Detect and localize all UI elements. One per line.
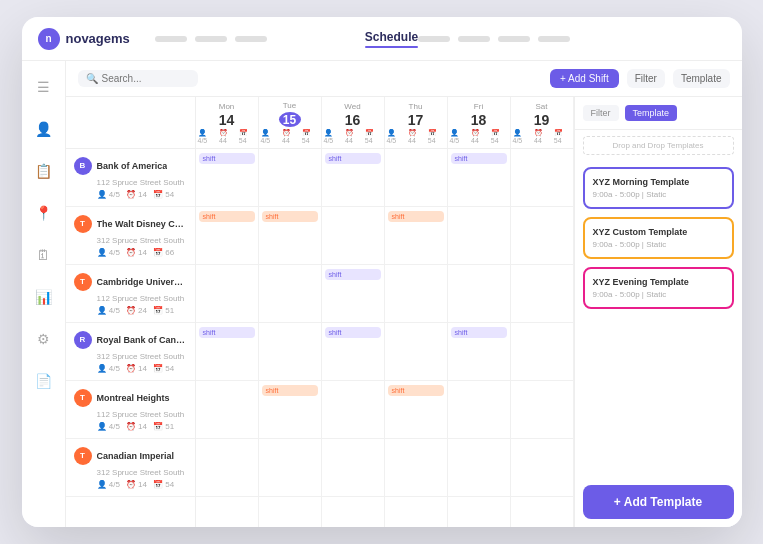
- template-card-evening[interactable]: XYZ Evening Template 9:00a - 5:00p | Sta…: [583, 267, 734, 309]
- shift-block[interactable]: shift: [199, 327, 255, 338]
- day-cell[interactable]: [448, 265, 510, 323]
- nav-dot-3: [235, 36, 267, 42]
- day-cell[interactable]: [448, 207, 510, 265]
- day-cell[interactable]: shift: [196, 149, 258, 207]
- template-card-morning[interactable]: XYZ Morning Template 9:00a - 5:00p | Sta…: [583, 167, 734, 209]
- add-template-button[interactable]: + Add Template: [583, 485, 734, 519]
- templates-panel-header: Filter Template: [575, 97, 742, 130]
- day-col-sat: [511, 149, 574, 527]
- day-cell[interactable]: [511, 381, 573, 439]
- day-cell[interactable]: [511, 265, 573, 323]
- template-card-custom[interactable]: XYZ Custom Template 9:00a - 5:00p | Stat…: [583, 217, 734, 259]
- day-cell[interactable]: [448, 439, 510, 497]
- filter-tab[interactable]: Filter: [583, 105, 619, 121]
- location-stats: 👤 4/5 ⏰ 14 📅 54: [74, 190, 187, 199]
- templates-list: XYZ Morning Template 9:00a - 5:00p | Sta…: [575, 161, 742, 477]
- day-col-fri: shift shift: [448, 149, 511, 527]
- day-cell[interactable]: shift: [322, 149, 384, 207]
- day-header-wed16: Wed 16 👤 4/5 ⏰ 44 📅 54: [322, 97, 385, 148]
- day-cell[interactable]: shift: [385, 207, 447, 265]
- day-cell[interactable]: shift: [385, 381, 447, 439]
- location-address: 312 Spruce Street South: [74, 352, 187, 361]
- sidebar-icon-docs[interactable]: 📄: [29, 367, 57, 395]
- calendar: B Bank of America 112 Spruce Street Sout…: [66, 97, 742, 527]
- drop-zone-label: Drop and Drop Templates: [583, 136, 734, 155]
- day-cell[interactable]: [196, 439, 258, 497]
- sidebar-icon-users[interactable]: 👤: [29, 115, 57, 143]
- filter-button[interactable]: Filter: [627, 69, 665, 88]
- sidebar-icon-chart[interactable]: 📊: [29, 283, 57, 311]
- sidebar-icon-calendar[interactable]: 🗓: [29, 241, 57, 269]
- search-input[interactable]: [102, 73, 182, 84]
- nav-dot-6: [498, 36, 530, 42]
- day-cell[interactable]: [385, 439, 447, 497]
- list-item: R Royal Bank of Canada 312 Spruce Street…: [66, 323, 195, 381]
- shift-block[interactable]: shift: [262, 385, 318, 396]
- shift-block[interactable]: shift: [199, 211, 255, 222]
- day-cell[interactable]: [259, 323, 321, 381]
- list-item: T Montreal Heights 112 Spruce Street Sou…: [66, 381, 195, 439]
- location-address: 312 Spruce Street South: [74, 236, 187, 245]
- day-cell[interactable]: shift: [196, 207, 258, 265]
- day-cell[interactable]: shift: [322, 265, 384, 323]
- nav-dot-5: [458, 36, 490, 42]
- day-cell[interactable]: shift: [196, 323, 258, 381]
- location-name: Bank of America: [97, 161, 168, 171]
- search-box[interactable]: 🔍: [78, 70, 198, 87]
- day-cell[interactable]: shift: [322, 323, 384, 381]
- day-cell[interactable]: [385, 323, 447, 381]
- days-body: shift shift shift: [196, 149, 574, 527]
- days-area: Mon 14 👤 4/5 ⏰ 44 📅 54 Tue 15: [196, 97, 574, 527]
- shift-block[interactable]: shift: [388, 211, 444, 222]
- shift-block[interactable]: shift: [199, 153, 255, 164]
- location-name: Cambridge University: [97, 277, 187, 287]
- shift-block[interactable]: shift: [325, 153, 381, 164]
- day-col-thu: shift shift: [385, 149, 448, 527]
- day-cell[interactable]: [385, 265, 447, 323]
- avatar: T: [74, 447, 92, 465]
- day-cell[interactable]: [385, 149, 447, 207]
- day-col-tue: shift shift: [259, 149, 322, 527]
- day-cell[interactable]: [196, 265, 258, 323]
- day-cell[interactable]: [259, 149, 321, 207]
- sidebar-icon-menu[interactable]: ☰: [29, 73, 57, 101]
- avatar: T: [74, 273, 92, 291]
- day-cell[interactable]: [511, 439, 573, 497]
- day-cell[interactable]: [511, 149, 573, 207]
- day-cell[interactable]: [259, 439, 321, 497]
- day-cell[interactable]: [511, 323, 573, 381]
- sidebar-icon-location[interactable]: 📍: [29, 199, 57, 227]
- nav-dot-1: [155, 36, 187, 42]
- shift-block[interactable]: shift: [262, 211, 318, 222]
- nav-dots-right: [418, 36, 725, 42]
- location-address: 112 Spruce Street South: [74, 410, 187, 419]
- day-cell[interactable]: [259, 265, 321, 323]
- day-cell[interactable]: shift: [448, 149, 510, 207]
- shift-block[interactable]: shift: [325, 269, 381, 280]
- shift-block[interactable]: shift: [325, 327, 381, 338]
- day-cell[interactable]: [322, 439, 384, 497]
- tab-schedule[interactable]: Schedule: [365, 30, 418, 48]
- day-cell[interactable]: [322, 207, 384, 265]
- main-content: ☰ 👤 📋 📍 🗓 📊 ⚙ 📄 🔍 + Add Shift Filter Tem…: [22, 61, 742, 527]
- template-time: 9:00a - 5:00p | Static: [593, 290, 724, 299]
- day-cell[interactable]: shift: [259, 381, 321, 439]
- schedule-area: 🔍 + Add Shift Filter Template B Bank of …: [66, 61, 742, 527]
- shift-block[interactable]: shift: [451, 153, 507, 164]
- add-shift-button[interactable]: + Add Shift: [550, 69, 619, 88]
- list-item: B Bank of America 112 Spruce Street Sout…: [66, 149, 195, 207]
- day-cell[interactable]: shift: [259, 207, 321, 265]
- shift-block[interactable]: shift: [451, 327, 507, 338]
- sidebar-icon-clipboard[interactable]: 📋: [29, 157, 57, 185]
- day-cell[interactable]: shift: [448, 323, 510, 381]
- sidebar-icon-settings[interactable]: ⚙: [29, 325, 57, 353]
- day-cell[interactable]: [448, 381, 510, 439]
- day-header-fri18: Fri 18 👤 4/5 ⏰ 44 📅 54: [448, 97, 511, 148]
- day-cell[interactable]: [511, 207, 573, 265]
- template-tab[interactable]: Template: [625, 105, 678, 121]
- avatar: T: [74, 215, 92, 233]
- shift-block[interactable]: shift: [388, 385, 444, 396]
- day-cell[interactable]: [322, 381, 384, 439]
- template-button[interactable]: Template: [673, 69, 730, 88]
- day-cell[interactable]: [196, 381, 258, 439]
